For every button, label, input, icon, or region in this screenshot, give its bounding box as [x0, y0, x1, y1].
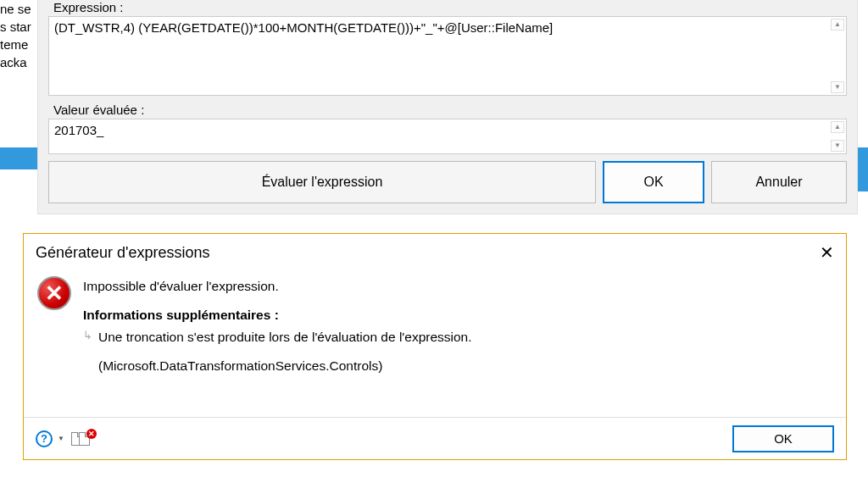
footer-icon-group: ? ▼ ✕	[36, 429, 95, 449]
dialog-button-row: Évaluer l'expression OK Annuler	[48, 161, 847, 203]
ok-button[interactable]: OK	[603, 161, 704, 203]
scroll-down-button[interactable]: ▼	[831, 140, 844, 152]
evaluated-text: 201703_	[54, 123, 103, 137]
error-message-dialog: Générateur d'expressions ✕ ✕ Impossible …	[23, 233, 847, 460]
evaluated-value-output[interactable]: 201703_ ▲ ▼	[48, 119, 847, 154]
error-primary-text: Impossible d'évaluer l'expression.	[83, 276, 832, 297]
help-icon[interactable]: ?	[36, 430, 53, 447]
error-dialog-title: Générateur d'expressions	[36, 244, 210, 262]
expression-label: Expression :	[48, 0, 847, 16]
selection-highlight-left	[0, 147, 37, 169]
evaluated-value-label: Valeur évaluée :	[48, 103, 847, 119]
error-dialog-titlebar: Générateur d'expressions ✕	[24, 234, 846, 269]
expression-text: (DT_WSTR,4) (YEAR(GETDATE())*100+MONTH(G…	[54, 20, 553, 35]
cancel-button[interactable]: Annuler	[711, 161, 847, 203]
scroll-up-button[interactable]: ▲	[831, 19, 844, 31]
scroll-down-button[interactable]: ▼	[831, 81, 844, 93]
close-icon[interactable]: ✕	[820, 242, 834, 263]
error-message-content: Impossible d'évaluer l'expression. Infor…	[83, 276, 832, 376]
error-source-text: (Microsoft.DataTransformationServices.Co…	[98, 356, 832, 376]
error-dialog-footer: ? ▼ ✕ OK	[24, 417, 846, 459]
expression-builder-dialog: Expression : (DT_WSTR,4) (YEAR(GETDATE()…	[37, 0, 858, 214]
error-icon: ✕	[37, 276, 71, 310]
additional-info-label: Informations supplémentaires :	[83, 305, 832, 325]
error-ok-button[interactable]: OK	[732, 425, 834, 452]
copy-icon[interactable]: ✕	[71, 429, 95, 449]
expression-input[interactable]: (DT_WSTR,4) (YEAR(GETDATE())*100+MONTH(G…	[48, 16, 847, 96]
help-dropdown-icon[interactable]: ▼	[58, 435, 64, 442]
evaluate-expression-button[interactable]: Évaluer l'expression	[48, 161, 596, 203]
scroll-up-button[interactable]: ▲	[831, 121, 844, 133]
background-partial-text: ne se s star teme acka	[0, 0, 31, 71]
error-dialog-body: ✕ Impossible d'évaluer l'expression. Inf…	[24, 269, 846, 376]
error-detail-text: Une troncation s'est produite lors de l'…	[83, 327, 832, 347]
